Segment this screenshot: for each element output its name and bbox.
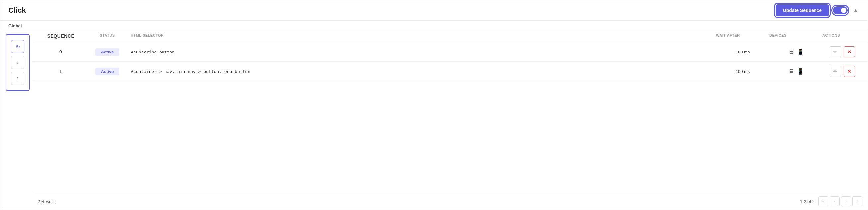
sequence-cell: 1 <box>37 69 84 74</box>
table-header: SEQUENCE STATUS HTML SELECTOR WAIT AFTER… <box>32 30 868 42</box>
move-up-button[interactable]: ↑ <box>11 72 24 85</box>
results-count: 2 Results <box>37 199 56 204</box>
close-icon: ✕ <box>847 49 851 55</box>
status-cell: Active <box>84 68 131 76</box>
page-title: Click <box>8 6 26 14</box>
table-row: 1 Active #container > nav.main-nav > but… <box>32 62 868 82</box>
col-header-wait: WAIT AFTER <box>716 33 769 38</box>
actions-cell: ✏ ✕ <box>823 66 862 77</box>
edit-button[interactable]: ✏ <box>830 46 841 58</box>
table-footer: 2 Results 1-2 of 2 « ‹ › » <box>32 193 868 210</box>
pagination-prev-button[interactable]: ‹ <box>830 197 840 206</box>
sequence-cell: 0 <box>37 49 84 55</box>
col-header-devices: DEVICES <box>769 33 823 38</box>
refresh-button[interactable]: ↻ <box>11 40 24 53</box>
chevron-up-icon[interactable]: ▲ <box>852 6 860 14</box>
desktop-icon: 🖥 <box>788 49 794 56</box>
pagination-last-button[interactable]: » <box>852 197 862 206</box>
arrow-down-icon: ↓ <box>16 59 19 65</box>
selector-cell: #subscribe-button <box>131 50 716 55</box>
status-badge: Active <box>95 68 119 76</box>
col-header-selector: HTML SELECTOR <box>131 33 716 38</box>
pencil-icon: ✏ <box>833 69 837 74</box>
header-actions: Update Sequence ▲ <box>776 4 860 16</box>
toggle-switch[interactable] <box>833 6 848 14</box>
wait-cell: 100 ms <box>716 50 769 55</box>
pagination-first-button[interactable]: « <box>818 197 829 206</box>
col-header-sequence: SEQUENCE <box>37 33 84 38</box>
wait-cell: 100 ms <box>716 69 769 74</box>
status-cell: Active <box>84 48 131 56</box>
col-header-actions: ACTIONS <box>823 33 862 38</box>
arrow-up-icon: ↑ <box>16 76 19 82</box>
table-area: SEQUENCE STATUS HTML SELECTOR WAIT AFTER… <box>32 30 868 210</box>
mobile-icon: 📱 <box>797 68 804 75</box>
col-header-status: STATUS <box>84 33 131 38</box>
sidebar-actions: ↻ ↓ ↑ <box>6 34 30 91</box>
content-area: ↻ ↓ ↑ SEQUENCE STATUS HTML SELECTOR WAIT… <box>0 30 868 210</box>
edit-button[interactable]: ✏ <box>830 66 841 77</box>
delete-button[interactable]: ✕ <box>844 46 855 58</box>
devices-cell: 🖥 📱 <box>769 48 823 56</box>
page-wrapper: Click Update Sequence ▲ Global ↻ ↓ ↑ SE <box>0 0 868 210</box>
pagination-next-button[interactable]: › <box>841 197 851 206</box>
move-down-button[interactable]: ↓ <box>11 56 24 69</box>
pagination-info: 1-2 of 2 <box>800 199 814 204</box>
refresh-icon: ↻ <box>16 43 20 50</box>
devices-cell: 🖥 📱 <box>769 68 823 75</box>
update-sequence-button[interactable]: Update Sequence <box>776 4 829 16</box>
pencil-icon: ✏ <box>833 49 837 55</box>
actions-cell: ✏ ✕ <box>823 46 862 58</box>
header-row: Click Update Sequence ▲ <box>0 0 868 21</box>
status-badge: Active <box>95 48 119 56</box>
close-icon: ✕ <box>847 69 851 74</box>
delete-button[interactable]: ✕ <box>844 66 855 77</box>
global-label: Global <box>0 21 868 30</box>
desktop-icon: 🖥 <box>788 68 794 75</box>
table-row: 0 Active #subscribe-button 100 ms 🖥 📱 ✏ … <box>32 42 868 62</box>
selector-cell: #container > nav.main-nav > button.menu-… <box>131 69 716 74</box>
pagination: 1-2 of 2 « ‹ › » <box>800 197 862 206</box>
mobile-icon: 📱 <box>797 48 804 56</box>
